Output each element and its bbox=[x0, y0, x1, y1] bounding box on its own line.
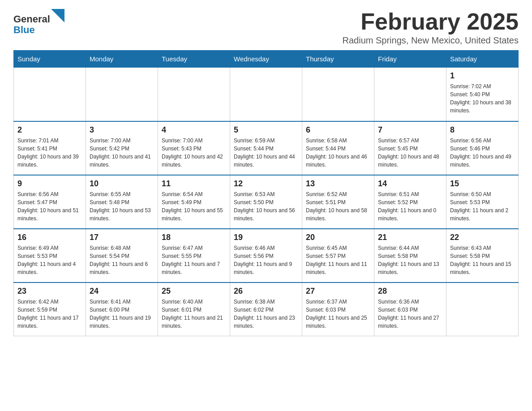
calendar-cell: 27Sunrise: 6:37 AMSunset: 6:03 PMDayligh… bbox=[302, 283, 374, 336]
calendar-cell: 13Sunrise: 6:52 AMSunset: 5:51 PMDayligh… bbox=[302, 175, 374, 229]
header-thursday: Thursday bbox=[302, 51, 374, 68]
day-info: Sunrise: 7:01 AMSunset: 5:41 PMDaylight:… bbox=[17, 137, 82, 169]
header-wednesday: Wednesday bbox=[230, 51, 302, 68]
day-info: Sunrise: 6:43 AMSunset: 5:58 PMDaylight:… bbox=[450, 244, 515, 276]
day-info: Sunrise: 6:42 AMSunset: 5:59 PMDaylight:… bbox=[17, 298, 82, 330]
calendar-cell: 15Sunrise: 6:50 AMSunset: 5:53 PMDayligh… bbox=[446, 175, 519, 229]
day-info: Sunrise: 6:46 AMSunset: 5:56 PMDaylight:… bbox=[234, 244, 298, 276]
day-info: Sunrise: 6:51 AMSunset: 5:52 PMDaylight:… bbox=[378, 190, 442, 223]
calendar-cell bbox=[86, 68, 158, 121]
day-info: Sunrise: 6:36 AMSunset: 6:03 PMDaylight:… bbox=[378, 298, 442, 330]
day-number: 4 bbox=[162, 125, 226, 135]
day-info: Sunrise: 7:00 AMSunset: 5:42 PMDaylight:… bbox=[90, 137, 154, 169]
day-number: 21 bbox=[378, 233, 442, 242]
day-info: Sunrise: 6:56 AMSunset: 5:46 PMDaylight:… bbox=[450, 137, 515, 169]
day-number: 13 bbox=[306, 179, 370, 188]
calendar-cell: 6Sunrise: 6:58 AMSunset: 5:44 PMDaylight… bbox=[302, 121, 374, 175]
calendar-cell: 23Sunrise: 6:42 AMSunset: 5:59 PMDayligh… bbox=[14, 283, 86, 336]
calendar-cell: 22Sunrise: 6:43 AMSunset: 5:58 PMDayligh… bbox=[446, 229, 519, 283]
calendar-cell: 10Sunrise: 6:55 AMSunset: 5:48 PMDayligh… bbox=[86, 175, 158, 229]
day-info: Sunrise: 6:45 AMSunset: 5:57 PMDaylight:… bbox=[306, 244, 370, 276]
header-friday: Friday bbox=[374, 51, 446, 68]
day-number: 10 bbox=[90, 179, 154, 188]
day-number: 1 bbox=[450, 71, 515, 81]
day-number: 3 bbox=[90, 125, 154, 135]
calendar-cell bbox=[14, 68, 86, 121]
day-number: 22 bbox=[450, 233, 515, 242]
day-number: 20 bbox=[306, 233, 370, 242]
day-info: Sunrise: 6:50 AMSunset: 5:53 PMDaylight:… bbox=[450, 190, 515, 223]
day-number: 19 bbox=[234, 233, 298, 242]
day-number: 9 bbox=[17, 179, 82, 188]
header-monday: Monday bbox=[86, 51, 158, 68]
month-title: February 2025 bbox=[343, 9, 519, 34]
svg-marker-0 bbox=[51, 9, 64, 22]
calendar-week-row: 1Sunrise: 7:02 AMSunset: 5:40 PMDaylight… bbox=[14, 68, 519, 121]
day-number: 5 bbox=[234, 125, 298, 135]
calendar-cell: 21Sunrise: 6:44 AMSunset: 5:58 PMDayligh… bbox=[374, 229, 446, 283]
calendar-cell: 4Sunrise: 7:00 AMSunset: 5:43 PMDaylight… bbox=[158, 121, 230, 175]
calendar-cell: 3Sunrise: 7:00 AMSunset: 5:42 PMDaylight… bbox=[86, 121, 158, 175]
calendar-cell: 11Sunrise: 6:54 AMSunset: 5:49 PMDayligh… bbox=[158, 175, 230, 229]
logo-icon bbox=[51, 9, 64, 22]
header-tuesday: Tuesday bbox=[158, 51, 230, 68]
calendar-cell: 24Sunrise: 6:41 AMSunset: 6:00 PMDayligh… bbox=[86, 283, 158, 336]
calendar-cell: 17Sunrise: 6:48 AMSunset: 5:54 PMDayligh… bbox=[86, 229, 158, 283]
day-info: Sunrise: 6:41 AMSunset: 6:00 PMDaylight:… bbox=[90, 298, 154, 330]
calendar-week-row: 23Sunrise: 6:42 AMSunset: 5:59 PMDayligh… bbox=[14, 283, 519, 336]
logo-text: General Blue bbox=[13, 9, 64, 35]
day-info: Sunrise: 6:48 AMSunset: 5:54 PMDaylight:… bbox=[90, 244, 154, 276]
calendar-cell: 8Sunrise: 6:56 AMSunset: 5:46 PMDaylight… bbox=[446, 121, 519, 175]
day-number: 12 bbox=[234, 179, 298, 188]
location-title: Radium Springs, New Mexico, United State… bbox=[343, 35, 519, 46]
calendar-cell: 20Sunrise: 6:45 AMSunset: 5:57 PMDayligh… bbox=[302, 229, 374, 283]
calendar-cell: 25Sunrise: 6:40 AMSunset: 6:01 PMDayligh… bbox=[158, 283, 230, 336]
day-number: 7 bbox=[378, 125, 442, 135]
day-number: 18 bbox=[162, 233, 226, 242]
calendar-cell bbox=[374, 68, 446, 121]
day-info: Sunrise: 6:59 AMSunset: 5:44 PMDaylight:… bbox=[234, 137, 298, 169]
header-sunday: Sunday bbox=[14, 51, 86, 68]
calendar-cell: 2Sunrise: 7:01 AMSunset: 5:41 PMDaylight… bbox=[14, 121, 86, 175]
calendar-table: Sunday Monday Tuesday Wednesday Thursday… bbox=[13, 50, 519, 336]
page-header: General Blue February 2025 Radium Spring… bbox=[13, 9, 519, 46]
calendar-header-row: Sunday Monday Tuesday Wednesday Thursday… bbox=[14, 51, 519, 68]
day-info: Sunrise: 6:40 AMSunset: 6:01 PMDaylight:… bbox=[162, 298, 226, 330]
calendar-cell: 19Sunrise: 6:46 AMSunset: 5:56 PMDayligh… bbox=[230, 229, 302, 283]
day-info: Sunrise: 6:54 AMSunset: 5:49 PMDaylight:… bbox=[162, 190, 226, 223]
day-number: 15 bbox=[450, 179, 515, 188]
day-info: Sunrise: 7:00 AMSunset: 5:43 PMDaylight:… bbox=[162, 137, 226, 169]
day-info: Sunrise: 6:37 AMSunset: 6:03 PMDaylight:… bbox=[306, 298, 370, 330]
calendar-week-row: 16Sunrise: 6:49 AMSunset: 5:53 PMDayligh… bbox=[14, 229, 519, 283]
day-number: 28 bbox=[378, 287, 442, 296]
day-info: Sunrise: 6:49 AMSunset: 5:53 PMDaylight:… bbox=[17, 244, 82, 276]
calendar-cell: 12Sunrise: 6:53 AMSunset: 5:50 PMDayligh… bbox=[230, 175, 302, 229]
day-number: 27 bbox=[306, 287, 370, 296]
day-info: Sunrise: 6:56 AMSunset: 5:47 PMDaylight:… bbox=[17, 190, 82, 223]
calendar-cell bbox=[158, 68, 230, 121]
day-info: Sunrise: 6:52 AMSunset: 5:51 PMDaylight:… bbox=[306, 190, 370, 223]
day-info: Sunrise: 7:02 AMSunset: 5:40 PMDaylight:… bbox=[450, 82, 515, 115]
day-info: Sunrise: 6:44 AMSunset: 5:58 PMDaylight:… bbox=[378, 244, 442, 276]
calendar-cell: 18Sunrise: 6:47 AMSunset: 5:55 PMDayligh… bbox=[158, 229, 230, 283]
day-number: 24 bbox=[90, 287, 154, 296]
day-number: 17 bbox=[90, 233, 154, 242]
logo: General Blue bbox=[13, 9, 64, 35]
day-number: 25 bbox=[162, 287, 226, 296]
logo-blue-text: Blue bbox=[13, 24, 35, 35]
calendar-cell: 1Sunrise: 7:02 AMSunset: 5:40 PMDaylight… bbox=[446, 68, 519, 121]
day-info: Sunrise: 6:38 AMSunset: 6:02 PMDaylight:… bbox=[234, 298, 298, 330]
calendar-cell: 14Sunrise: 6:51 AMSunset: 5:52 PMDayligh… bbox=[374, 175, 446, 229]
day-number: 26 bbox=[234, 287, 298, 296]
calendar-cell: 5Sunrise: 6:59 AMSunset: 5:44 PMDaylight… bbox=[230, 121, 302, 175]
calendar-cell bbox=[446, 283, 519, 336]
day-info: Sunrise: 6:55 AMSunset: 5:48 PMDaylight:… bbox=[90, 190, 154, 223]
calendar-cell: 7Sunrise: 6:57 AMSunset: 5:45 PMDaylight… bbox=[374, 121, 446, 175]
header-saturday: Saturday bbox=[446, 51, 519, 68]
day-info: Sunrise: 6:57 AMSunset: 5:45 PMDaylight:… bbox=[378, 137, 442, 169]
day-number: 23 bbox=[17, 287, 82, 296]
calendar-cell: 16Sunrise: 6:49 AMSunset: 5:53 PMDayligh… bbox=[14, 229, 86, 283]
calendar-cell: 26Sunrise: 6:38 AMSunset: 6:02 PMDayligh… bbox=[230, 283, 302, 336]
calendar-cell: 9Sunrise: 6:56 AMSunset: 5:47 PMDaylight… bbox=[14, 175, 86, 229]
day-info: Sunrise: 6:47 AMSunset: 5:55 PMDaylight:… bbox=[162, 244, 226, 276]
